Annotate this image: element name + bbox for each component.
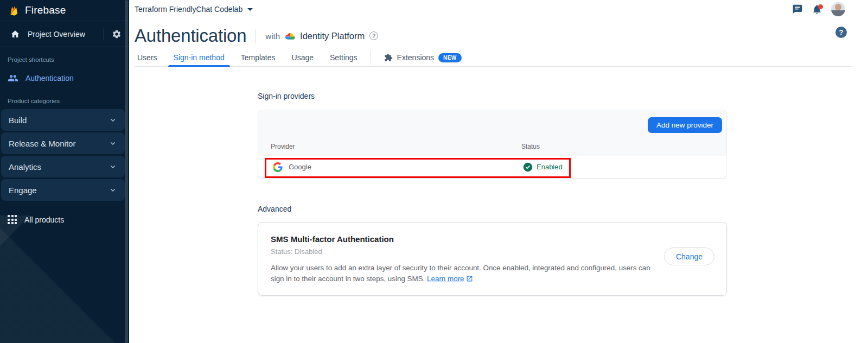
advanced-title: Advanced bbox=[258, 205, 868, 213]
topbar: Terraform FriendlyChat Codelab bbox=[129, 0, 868, 18]
sidebar-item-project-overview[interactable]: Project Overview bbox=[0, 21, 129, 47]
users-icon bbox=[8, 73, 18, 84]
page-title: Authentication bbox=[135, 26, 246, 46]
divider bbox=[104, 28, 104, 40]
page-body: Sign-in providers Add new provider Provi… bbox=[129, 92, 868, 296]
chevron-down-icon bbox=[108, 116, 117, 124]
project-name: Terraform FriendlyChat Codelab bbox=[135, 5, 242, 14]
project-shortcuts-label: Project shortcuts bbox=[0, 47, 129, 68]
with-label: with bbox=[265, 31, 280, 41]
chevron-down-icon bbox=[108, 139, 117, 148]
tab-settings[interactable]: Settings bbox=[322, 49, 366, 66]
tab-usage[interactable]: Usage bbox=[284, 49, 322, 66]
providers-card: Add new provider Provider Status Google bbox=[258, 110, 727, 179]
firebase-console: Firebase Project Overview Project shortc… bbox=[0, 0, 868, 343]
column-provider: Provider bbox=[271, 143, 295, 150]
divider bbox=[371, 50, 371, 65]
sidebar-category-release-monitor[interactable]: Release & Monitor bbox=[1, 132, 125, 154]
tab-extensions[interactable]: Extensions NEW bbox=[376, 49, 470, 66]
chevron-down-icon bbox=[108, 162, 117, 171]
home-icon bbox=[10, 29, 20, 39]
project-overview-label: Project Overview bbox=[28, 30, 85, 39]
sign-in-providers-title: Sign-in providers bbox=[258, 92, 868, 100]
grid-icon bbox=[8, 215, 17, 224]
sms-mfa-card: SMS Multi-factor Authentication Status: … bbox=[258, 222, 727, 296]
tab-sign-in-method[interactable]: Sign-in method bbox=[165, 49, 233, 66]
product-categories-label: Product categories bbox=[0, 88, 129, 109]
tab-templates[interactable]: Templates bbox=[233, 49, 284, 66]
identity-platform-label: Identity Platform bbox=[300, 31, 365, 41]
puzzle-icon bbox=[384, 53, 393, 62]
caret-down-icon bbox=[247, 8, 253, 11]
column-status: Status bbox=[521, 143, 540, 150]
notification-dot bbox=[818, 4, 823, 9]
providers-table-header: Provider Status bbox=[258, 140, 726, 155]
provider-name: Google bbox=[289, 163, 311, 171]
sidebar: Firebase Project Overview Project shortc… bbox=[0, 0, 129, 343]
change-button[interactable]: Change bbox=[664, 247, 714, 265]
sidebar-scrollbar[interactable] bbox=[125, 0, 128, 343]
tab-users[interactable]: Users bbox=[135, 49, 165, 66]
identity-platform-help-icon[interactable]: ? bbox=[369, 31, 378, 40]
sidebar-authentication-label: Authentication bbox=[25, 74, 74, 82]
notifications-bell-icon[interactable] bbox=[812, 4, 822, 15]
feedback-icon[interactable] bbox=[792, 4, 803, 15]
tab-bar: Users Sign-in method Templates Usage Set… bbox=[135, 49, 851, 67]
user-avatar[interactable] bbox=[831, 2, 845, 16]
firebase-logo-text: Firebase bbox=[25, 4, 66, 16]
project-selector[interactable]: Terraform FriendlyChat Codelab bbox=[135, 5, 253, 14]
learn-more-link[interactable]: Learn more bbox=[427, 275, 464, 283]
page-header: Authentication with Identity Platform ? bbox=[129, 24, 868, 48]
sms-mfa-description: Allow your users to add an extra layer o… bbox=[271, 263, 662, 284]
help-icon[interactable]: ? bbox=[835, 27, 847, 38]
topbar-icons bbox=[792, 2, 845, 16]
sidebar-category-build[interactable]: Build bbox=[1, 109, 125, 131]
sidebar-category-engage[interactable]: Engage bbox=[1, 179, 125, 201]
google-cloud-icon bbox=[284, 31, 296, 41]
sms-mfa-title: SMS Multi-factor Authentication bbox=[271, 234, 714, 244]
main-content: Terraform FriendlyChat Codelab bbox=[129, 0, 868, 343]
provider-row-google[interactable]: Google Enabled bbox=[258, 156, 726, 178]
sidebar-item-all-products[interactable]: All products bbox=[0, 215, 129, 224]
new-badge: NEW bbox=[438, 53, 462, 62]
external-link-icon bbox=[466, 275, 473, 282]
sms-mfa-status: Status: Disabled bbox=[271, 247, 714, 256]
divider bbox=[256, 29, 256, 43]
provider-status: Enabled bbox=[523, 162, 563, 172]
sidebar-item-authentication[interactable]: Authentication bbox=[0, 68, 129, 88]
all-products-label: All products bbox=[24, 215, 64, 224]
check-circle-icon bbox=[523, 162, 533, 172]
add-new-provider-button[interactable]: Add new provider bbox=[648, 117, 722, 133]
firebase-logo[interactable]: Firebase bbox=[0, 0, 129, 21]
status-enabled-label: Enabled bbox=[537, 163, 563, 171]
sidebar-category-analytics[interactable]: Analytics bbox=[1, 156, 125, 177]
google-logo-icon bbox=[273, 162, 283, 172]
project-settings-gear-icon[interactable] bbox=[112, 29, 122, 39]
firebase-flame-icon bbox=[8, 5, 20, 16]
sidebar-decoration bbox=[0, 215, 129, 343]
chevron-down-icon bbox=[108, 186, 117, 194]
